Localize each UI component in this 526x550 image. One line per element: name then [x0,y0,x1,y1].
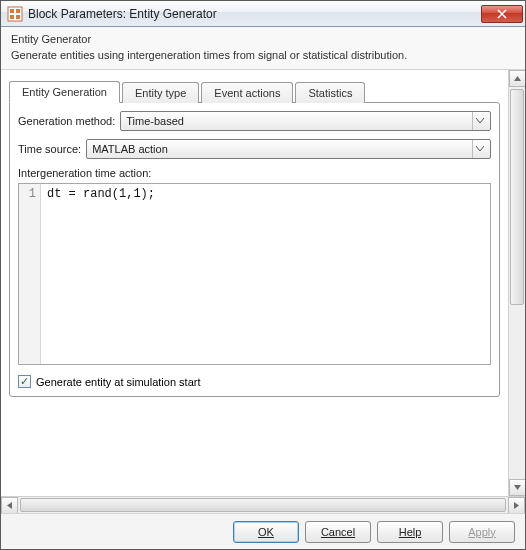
generation-method-row: Generation method: Time-based [18,111,491,131]
scroll-left-arrow-icon[interactable] [1,497,18,514]
generate-at-start-checkbox[interactable]: ✓ [18,375,31,388]
spacer [9,397,500,496]
code-gutter: 1 [19,184,41,364]
close-button[interactable] [481,5,523,23]
time-source-select[interactable]: MATLAB action [86,139,491,159]
cancel-button[interactable]: Cancel [305,521,371,543]
generation-method-select[interactable]: Time-based [120,111,491,131]
svg-rect-4 [16,15,20,19]
horizontal-scroll-track[interactable] [18,497,508,513]
apply-button[interactable]: Apply [449,521,515,543]
button-row: OK Cancel Help Apply [1,513,525,549]
generation-method-label: Generation method: [18,115,115,127]
tab-label: Entity Generation [22,86,107,98]
tab-entity-type[interactable]: Entity type [122,82,199,103]
line-number: 1 [29,187,36,201]
tabs-row: Entity Generation Entity type Event acti… [9,78,500,102]
tab-entity-generation[interactable]: Entity Generation [9,81,120,103]
svg-rect-1 [10,9,14,13]
svg-rect-2 [16,9,20,13]
apply-label: Apply [468,526,496,538]
generate-at-start-row: ✓ Generate entity at simulation start [18,375,491,388]
generate-at-start-label: Generate entity at simulation start [36,376,200,388]
tab-event-actions[interactable]: Event actions [201,82,293,103]
scroll-right-arrow-icon[interactable] [508,497,525,514]
scroll-up-arrow-icon[interactable] [509,70,525,87]
description-heading: Entity Generator [11,33,515,45]
vertical-scroll-track[interactable] [509,87,525,479]
content-area: Entity Generator Generate entities using… [1,27,525,549]
description-block: Entity Generator Generate entities using… [1,27,525,70]
app-icon [7,6,23,22]
ok-button[interactable]: OK [233,521,299,543]
cancel-label: Cancel [321,526,355,538]
intergeneration-label: Intergeneration time action: [18,167,491,179]
time-source-label: Time source: [18,143,81,155]
scroll-down-arrow-icon[interactable] [509,479,525,496]
help-label: Help [399,526,422,538]
vertical-scrollbar[interactable] [508,70,525,496]
tab-label: Entity type [135,87,186,99]
check-icon: ✓ [20,376,29,387]
chevron-down-icon [472,140,486,158]
svg-rect-3 [10,15,14,19]
vertical-scroll-thumb[interactable] [510,89,524,305]
horizontal-scrollbar[interactable] [1,496,525,513]
help-button[interactable]: Help [377,521,443,543]
tab-pane: Generation method: Time-based Time sourc… [9,102,500,397]
code-text: dt = rand(1,1); [41,184,490,364]
tab-label: Event actions [214,87,280,99]
titlebar: Block Parameters: Entity Generator [1,1,525,27]
tab-label: Statistics [308,87,352,99]
time-source-row: Time source: MATLAB action [18,139,491,159]
main-inner: Entity Generation Entity type Event acti… [1,70,508,496]
tab-statistics[interactable]: Statistics [295,82,365,103]
window-title: Block Parameters: Entity Generator [28,7,481,21]
description-text: Generate entities using intergeneration … [11,49,515,61]
main-scroll-area: Entity Generation Entity type Event acti… [1,70,525,496]
ok-label: OK [258,526,274,538]
generation-method-value: Time-based [126,115,468,127]
horizontal-scroll-thumb[interactable] [20,498,506,512]
time-source-value: MATLAB action [92,143,468,155]
chevron-down-icon [472,112,486,130]
dialog-window: Block Parameters: Entity Generator Entit… [0,0,526,550]
code-editor[interactable]: 1 dt = rand(1,1); [18,183,491,365]
